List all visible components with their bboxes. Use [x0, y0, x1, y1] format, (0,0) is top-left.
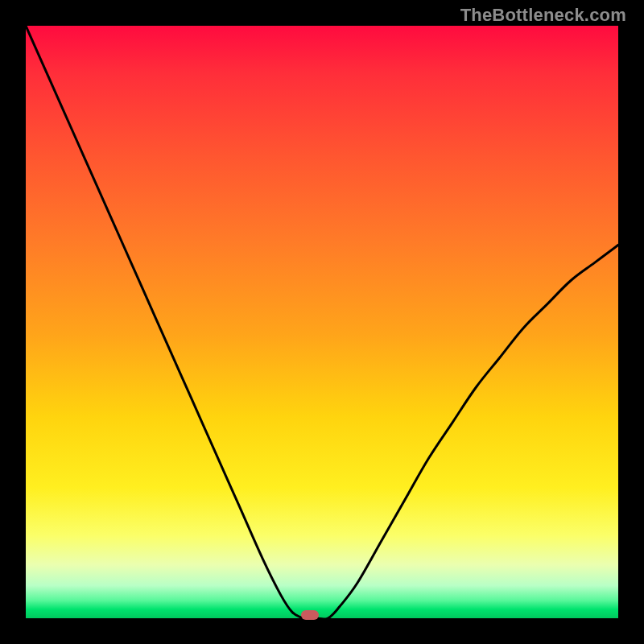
chart-plot-area: [26, 26, 618, 618]
chart-frame: TheBottleneck.com: [0, 0, 644, 644]
watermark-text: TheBottleneck.com: [460, 5, 626, 26]
optimal-point-marker: [301, 610, 319, 620]
bottleneck-curve: [26, 26, 618, 618]
